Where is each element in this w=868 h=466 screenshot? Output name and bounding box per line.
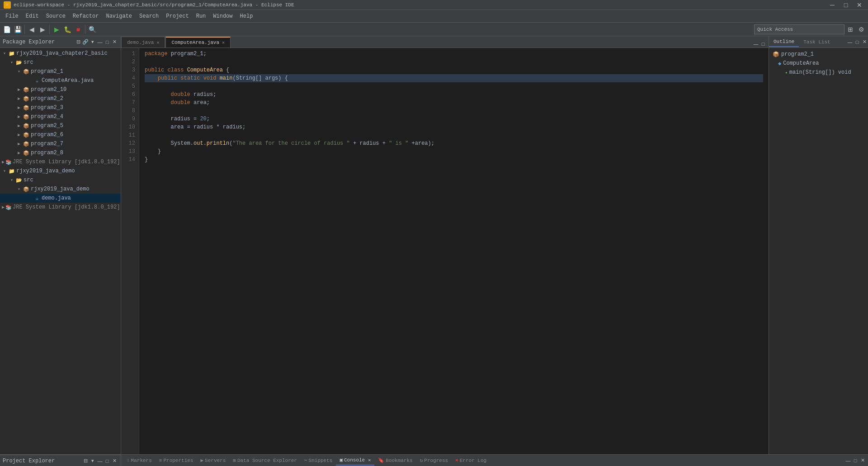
package-icon: 📦: [23, 140, 30, 147]
src-demo[interactable]: ▾ 📂 src: [0, 176, 121, 185]
editor-content[interactable]: 1 2 3 4 5 6 7 8 9 10 11 12 13 14 package…: [121, 48, 769, 454]
menu-refactor[interactable]: Refactor: [69, 11, 103, 21]
properties-icon: ≡: [159, 458, 162, 463]
tab-servers[interactable]: ▶ Servers: [197, 456, 229, 465]
package-program2-10[interactable]: ▶ 📦 program2_10: [0, 85, 121, 94]
minimize-button[interactable]: ─: [827, 0, 837, 10]
tab-errorlog[interactable]: ✖ Error Log: [452, 456, 490, 465]
search-button[interactable]: 🔍: [87, 24, 97, 34]
editor-outline-split: demo.java ✕ ComputeArea.java ✕ — □ 1 2 3…: [121, 36, 868, 454]
project-icon: 📁: [8, 50, 15, 57]
menu-help[interactable]: Help: [236, 11, 257, 21]
pe-minimize-button[interactable]: —: [96, 457, 104, 465]
view-menu-button[interactable]: ▾: [89, 38, 96, 46]
progress-icon: ↻: [420, 457, 423, 463]
menu-project[interactable]: Project: [162, 11, 192, 21]
run-button[interactable]: ▶: [52, 24, 61, 34]
main-layout: Package Explorer ⊟ 🔗 ▾ — □ ✕ ▾ 📁 rjxy201…: [0, 36, 868, 454]
jre-demo[interactable]: ▶ 📚 JRE System Library [jdk1.8.0_192]: [0, 203, 121, 212]
jre-chapter2[interactable]: ▶ 📚 JRE System Library [jdk1.8.0_192]: [0, 157, 121, 166]
code-editor[interactable]: package program2_1; public class Compute…: [139, 48, 769, 454]
console-close[interactable]: ✕: [368, 457, 371, 463]
outline-package-label: program2_1: [781, 51, 814, 57]
package-program2-8[interactable]: ▶ 📦 program2_8: [0, 148, 121, 157]
tab-datasource[interactable]: ⊞ Data Source Explorer: [229, 456, 301, 465]
java-file-icon: ☕: [33, 195, 41, 202]
menu-search[interactable]: Search: [136, 11, 162, 21]
package-program2-3[interactable]: ▶ 📦 program2_3: [0, 103, 121, 112]
bottom-tabs: ! Markers ≡ Properties ▶ Servers ⊞ Data …: [121, 455, 868, 466]
pe-close-button[interactable]: ✕: [111, 457, 118, 465]
tab-properties[interactable]: ≡ Properties: [156, 456, 197, 465]
toolbar: 📄 💾 ◀ ▶ ▶ 🐛 ■ 🔍 Quick Access ⊞ ⚙: [0, 23, 868, 36]
outline-method[interactable]: ● main(String[]) void: [771, 68, 866, 77]
package-program2-1[interactable]: ▾ 📦 program2_1: [0, 67, 121, 76]
perspective-button[interactable]: ⊞: [845, 24, 855, 34]
expand-p2-10-arrow[interactable]: ▶: [16, 87, 22, 92]
maximize-button[interactable]: □: [841, 0, 851, 10]
console-close-button[interactable]: ✕: [859, 457, 866, 464]
prev-edit-button[interactable]: ◀: [27, 24, 37, 34]
package-program2-7[interactable]: ▶ 📦 program2_7: [0, 139, 121, 148]
package-program2-6[interactable]: ▶ 📦 program2_6: [0, 130, 121, 139]
menu-bar: File Edit Source Refactor Navigate Searc…: [0, 10, 868, 23]
next-edit-button[interactable]: ▶: [38, 24, 47, 34]
outline-package[interactable]: 📦 program2_1: [771, 50, 866, 59]
debug-button[interactable]: 🐛: [62, 24, 72, 34]
settings-button[interactable]: ⚙: [856, 24, 866, 34]
tab-markers[interactable]: ! Markers: [123, 456, 156, 465]
file-demo-java[interactable]: ☕ demo.java: [0, 194, 121, 203]
project-java-demo[interactable]: ▾ 📁 rjxy2019_java_demo: [0, 166, 121, 176]
editor-maximize-button[interactable]: □: [760, 40, 767, 48]
tab-demo-close[interactable]: ✕: [156, 40, 159, 45]
pe-menu-button[interactable]: ▾: [89, 457, 96, 465]
expand-chapter2-arrow[interactable]: ▾: [2, 51, 7, 56]
close-button[interactable]: ✕: [854, 0, 864, 10]
tab-progress[interactable]: ↻ Progress: [416, 456, 452, 465]
console-maximize-button[interactable]: □: [852, 457, 859, 464]
stop-button[interactable]: ■: [73, 24, 83, 34]
outline-class[interactable]: ◆ ComputeArea: [771, 59, 866, 68]
menu-file[interactable]: File: [2, 11, 22, 21]
src-chapter2[interactable]: ▾ 📂 src: [0, 58, 121, 67]
expand-p2-1-arrow[interactable]: ▾: [16, 69, 22, 74]
console-minimize-button[interactable]: —: [844, 457, 852, 464]
tab-tasklist[interactable]: Task List: [799, 38, 835, 47]
new-button[interactable]: 📄: [2, 24, 12, 34]
menu-navigate[interactable]: Navigate: [102, 11, 136, 21]
outline-close-button[interactable]: ✕: [861, 38, 868, 46]
package-program2-4[interactable]: ▶ 📦 program2_4: [0, 112, 121, 121]
save-button[interactable]: 💾: [13, 24, 23, 34]
tab-console[interactable]: ▣ Console ✕: [336, 455, 374, 466]
package-program2-5[interactable]: ▶ 📦 program2_5: [0, 121, 121, 130]
tab-snippets[interactable]: ✂ Snippets: [301, 456, 336, 465]
collapse-all-button[interactable]: ⊟: [75, 38, 82, 46]
menu-run[interactable]: Run: [193, 11, 210, 21]
quick-access-field[interactable]: Quick Access: [754, 24, 844, 34]
datasource-icon: ⊞: [233, 457, 236, 463]
tab-demo-java[interactable]: demo.java ✕: [121, 37, 165, 48]
project-chapter2-basic[interactable]: ▾ 📁 rjxy2019_java_chapter2_basic: [0, 49, 121, 58]
package-demo[interactable]: ▾ 📦 rjxy2019_java_demo: [0, 185, 121, 194]
package-icon: 📦: [773, 51, 779, 58]
menu-source[interactable]: Source: [42, 11, 69, 21]
outline-minimize-button[interactable]: —: [846, 38, 854, 46]
outline-maximize-button[interactable]: □: [854, 38, 861, 46]
pe-maximize-button[interactable]: □: [104, 457, 111, 465]
jre-icon: 📚: [5, 158, 12, 166]
package-program2-2[interactable]: ▶ 📦 program2_2: [0, 94, 121, 103]
editor-minimize-button[interactable]: —: [752, 40, 760, 48]
menu-edit[interactable]: Edit: [22, 11, 42, 21]
tab-computearea-java[interactable]: ComputeArea.java ✕: [165, 37, 231, 48]
tab-bookmarks[interactable]: 🔖 Bookmarks: [374, 456, 416, 465]
link-with-editor-button[interactable]: 🔗: [82, 38, 89, 46]
tab-computearea-close[interactable]: ✕: [222, 40, 225, 45]
maximize-panel-button[interactable]: □: [104, 38, 111, 46]
minimize-panel-button[interactable]: —: [96, 38, 104, 46]
tab-outline[interactable]: Outline: [769, 37, 799, 47]
expand-src-arrow[interactable]: ▾: [9, 60, 14, 65]
menu-window[interactable]: Window: [209, 11, 236, 21]
pe-collapse-button[interactable]: ⊟: [82, 457, 89, 465]
close-panel-button[interactable]: ✕: [111, 38, 118, 46]
file-computearea[interactable]: ☕ ComputeArea.java: [0, 76, 121, 85]
